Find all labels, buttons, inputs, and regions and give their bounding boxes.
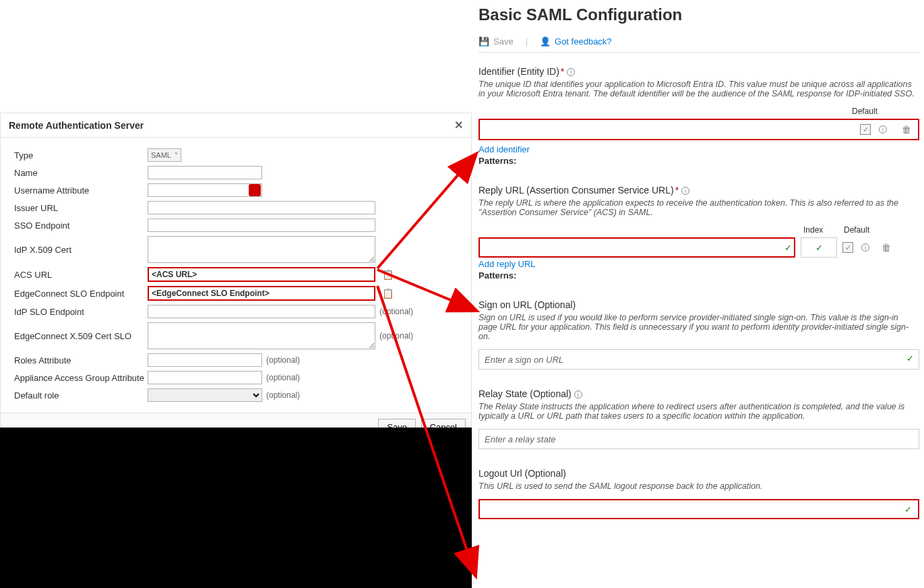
idp-cert-textarea[interactable] (148, 236, 375, 263)
label-issuer-url: Issuer URL (14, 203, 148, 213)
add-reply-url-link[interactable]: Add reply URL (479, 259, 536, 269)
info-icon[interactable]: i (861, 243, 869, 252)
idp-slo-input[interactable] (148, 305, 375, 318)
reply-url-row: ✓ ✓ ✓ i 🗑 (479, 237, 919, 258)
required-star: * (561, 66, 564, 77)
toolbar-save-button[interactable]: 💾 Save (479, 36, 514, 47)
label-default-role: Default role (14, 390, 148, 401)
optional-label: (optional) (379, 331, 413, 341)
acs-url-value: <ACS URL> (148, 267, 375, 282)
optional-label: (optional) (379, 307, 413, 316)
default-role-select[interactable] (148, 388, 262, 402)
signon-section: Sign on URL (Optional) Sign on URL is us… (479, 299, 919, 370)
label-roles-attr: Roles Attribute (14, 355, 148, 365)
identifier-row: ✓ i 🗑 (479, 119, 919, 140)
name-input[interactable] (148, 166, 262, 179)
feedback-button[interactable]: 👤 Got feedback? (540, 36, 612, 47)
close-icon[interactable]: ✕ (454, 119, 463, 131)
optional-label: (optional) (266, 355, 300, 365)
reply-url-label: Reply URL (Assertion Consumer Service UR… (479, 185, 919, 196)
signon-label: Sign on URL (Optional) (479, 299, 919, 310)
console-area (0, 428, 472, 588)
column-default: Default (844, 225, 884, 235)
page-title: Basic SAML Configuration (479, 5, 919, 24)
column-headers: Index Default (479, 225, 919, 235)
label-ec-slo: EdgeConnect SLO Endpoint (14, 289, 148, 299)
logout-label: Logout Url (Optional) (479, 468, 919, 479)
label-appliance-group: Appliance Access Group Attribute (14, 373, 148, 383)
label-sso-endpoint: SSO Endpoint (14, 220, 148, 231)
relay-state-label: Relay State (Optional)i (479, 388, 919, 399)
info-icon[interactable]: i (879, 125, 887, 134)
column-headers: Default (479, 107, 919, 116)
validation-indicator-icon (249, 184, 261, 196)
reply-url-desc: The reply URL is where the application e… (479, 198, 919, 217)
logout-section: Logout Url (Optional) This URL is used t… (479, 468, 919, 519)
label-acs-url: ACS URL (14, 270, 148, 280)
username-attr-input[interactable] (148, 183, 262, 197)
logout-input[interactable] (480, 500, 902, 518)
label-type: Type (14, 150, 148, 160)
info-icon[interactable]: i (574, 390, 582, 399)
logout-desc: This URL is used to send the SAML logout… (479, 481, 919, 491)
identifier-label: Identifier (Entity ID)*i (479, 66, 919, 77)
reply-url-input[interactable] (480, 239, 782, 256)
remote-auth-dialog: Remote Authentication Server ✕ Type SAML… (0, 113, 472, 442)
add-identifier-link[interactable]: Add identifier (479, 144, 530, 154)
optional-label: (optional) (266, 390, 300, 400)
sso-endpoint-input[interactable] (148, 218, 375, 232)
label-ec-cert-slo: EdgeConnect X.509 Cert SLO (14, 331, 148, 341)
info-icon[interactable]: i (681, 187, 689, 195)
valid-icon: ✓ (902, 504, 914, 514)
column-default: Default (852, 107, 919, 116)
logout-row: ✓ (479, 499, 919, 519)
ec-cert-slo-textarea[interactable] (148, 322, 375, 349)
feedback-icon: 👤 (540, 36, 551, 47)
signon-desc: Sign on URL is used if you would like to… (479, 313, 919, 341)
dialog-body: Type SAML Name Username Attribute Issuer… (1, 138, 471, 413)
optional-label: (optional) (266, 373, 300, 382)
info-icon[interactable]: i (567, 68, 575, 76)
relay-state-desc: The Relay State instructs the applicatio… (479, 402, 919, 421)
dialog-title: Remote Authentication Server (9, 120, 144, 131)
patterns-label: Patterns: (479, 156, 919, 166)
toolbar: 💾 Save | 👤 Got feedback? (479, 36, 919, 53)
signon-input[interactable] (479, 349, 919, 370)
roles-attr-input[interactable] (148, 353, 262, 367)
identifier-desc: The unique ID that identifies your appli… (479, 80, 919, 98)
delete-icon[interactable]: 🗑 (902, 124, 911, 135)
required-star: * (675, 185, 679, 196)
relay-state-input[interactable] (479, 429, 919, 449)
type-select[interactable]: SAML (148, 148, 181, 162)
default-checkbox[interactable]: ✓ (860, 124, 871, 135)
copy-icon[interactable]: 📋 (382, 288, 394, 299)
label-idp-slo: IdP SLO Endpoint (14, 307, 148, 317)
copy-icon[interactable]: 📋 (382, 269, 394, 280)
appliance-group-input[interactable] (148, 371, 262, 384)
patterns-label: Patterns: (479, 270, 919, 281)
label-name: Name (14, 168, 148, 178)
label-idp-cert: IdP X.509 Cert (14, 245, 148, 255)
relay-state-section: Relay State (Optional)i The Relay State … (479, 388, 919, 449)
ec-slo-value: <EdgeConnect SLO Endpoint> (148, 286, 375, 301)
dialog-header: Remote Authentication Server ✕ (1, 113, 471, 138)
valid-icon: ✓ (906, 353, 914, 363)
issuer-url-input[interactable] (148, 201, 375, 214)
saml-config-panel: Basic SAML Configuration 💾 Save | 👤 Got … (479, 0, 923, 522)
column-index: Index (803, 225, 844, 235)
divider: | (526, 36, 528, 47)
identifier-section: Identifier (Entity ID)*i The unique ID t… (479, 66, 919, 166)
default-checkbox[interactable]: ✓ (842, 242, 853, 253)
delete-icon[interactable]: 🗑 (882, 242, 891, 253)
reply-url-section: Reply URL (Assertion Consumer Service UR… (479, 185, 919, 281)
valid-icon: ✓ (782, 243, 794, 253)
index-input[interactable]: ✓ (801, 237, 837, 258)
identifier-input[interactable] (480, 120, 860, 139)
save-icon: 💾 (479, 36, 489, 47)
label-username-attr: Username Attribute (14, 185, 148, 196)
